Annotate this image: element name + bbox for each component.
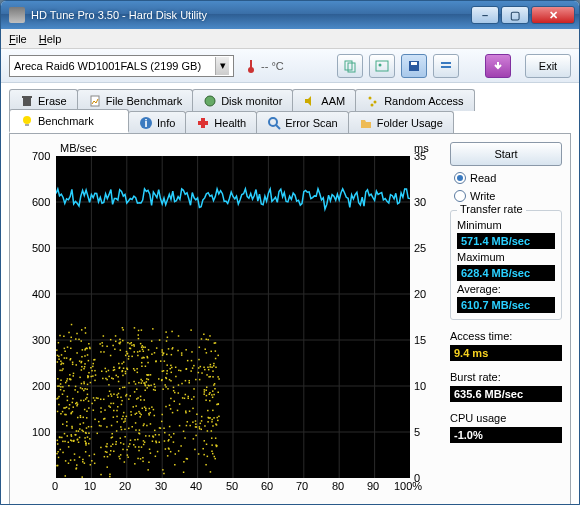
svg-rect-387 [88, 443, 90, 445]
copy-info-button[interactable] [337, 54, 363, 78]
svg-rect-351 [100, 447, 102, 449]
svg-rect-496 [188, 380, 190, 382]
minimize-button[interactable]: – [471, 6, 499, 24]
svg-rect-62 [140, 414, 142, 416]
svg-rect-673 [153, 409, 155, 411]
svg-rect-9 [441, 66, 451, 68]
save-button[interactable] [401, 54, 427, 78]
svg-rect-646 [68, 385, 70, 387]
svg-rect-657 [132, 406, 134, 408]
svg-rect-710 [151, 340, 153, 342]
options-button[interactable] [433, 54, 459, 78]
svg-rect-780 [172, 347, 174, 349]
read-radio[interactable]: Read [450, 172, 562, 184]
svg-rect-451 [186, 458, 188, 460]
svg-rect-529 [94, 400, 96, 402]
titlebar[interactable]: HD Tune Pro 3.50 - Hard Disk Utility – ▢… [1, 1, 579, 29]
svg-rect-427 [175, 453, 177, 455]
svg-rect-579 [75, 386, 77, 388]
svg-rect-247 [187, 396, 189, 398]
tab-health[interactable]: Health [185, 111, 257, 133]
tab-info[interactable]: iInfo [128, 111, 186, 133]
svg-rect-368 [84, 366, 86, 368]
svg-rect-330 [87, 436, 89, 438]
svg-rect-537 [71, 324, 73, 326]
menu-help[interactable]: Help [39, 33, 62, 45]
svg-rect-396 [90, 382, 92, 384]
svg-rect-44 [80, 417, 82, 419]
tab-benchmark[interactable]: Benchmark [9, 109, 129, 133]
svg-rect-171 [170, 365, 172, 367]
svg-rect-442 [164, 360, 166, 362]
svg-rect-595 [75, 338, 77, 340]
svg-rect-120 [121, 418, 123, 420]
svg-rect-692 [88, 343, 90, 345]
maximize-button[interactable]: ▢ [501, 6, 529, 24]
close-button[interactable]: ✕ [531, 6, 575, 24]
svg-rect-80 [80, 400, 82, 402]
svg-rect-240 [163, 370, 165, 372]
svg-rect-485 [201, 420, 203, 422]
tab-aam[interactable]: AAM [292, 89, 356, 111]
svg-rect-651 [57, 378, 59, 380]
menu-bar: File Help [1, 29, 579, 49]
svg-rect-189 [64, 433, 66, 435]
tab-folder-usage[interactable]: Folder Usage [348, 111, 454, 133]
svg-rect-593 [74, 459, 76, 461]
tab-disk-monitor[interactable]: Disk monitor [192, 89, 293, 111]
svg-rect-51 [100, 411, 102, 413]
svg-rect-574 [116, 394, 118, 396]
svg-rect-132 [161, 421, 163, 423]
tab-file-benchmark[interactable]: File Benchmark [77, 89, 193, 111]
svg-rect-728 [89, 455, 91, 457]
svg-rect-275 [81, 356, 83, 358]
svg-rect-672 [170, 398, 172, 400]
svg-rect-620 [87, 377, 89, 379]
svg-rect-127 [134, 391, 136, 393]
svg-rect-478 [134, 370, 136, 372]
svg-rect-652 [213, 394, 215, 396]
screenshot-button[interactable] [369, 54, 395, 78]
svg-rect-411 [133, 345, 135, 347]
svg-rect-748 [78, 339, 80, 341]
svg-rect-545 [124, 420, 126, 422]
tab-erase[interactable]: Erase [9, 89, 78, 111]
svg-rect-740 [144, 406, 146, 408]
svg-rect-483 [106, 466, 108, 468]
svg-rect-445 [115, 341, 117, 343]
svg-rect-105 [66, 425, 68, 427]
svg-rect-270 [94, 370, 96, 372]
svg-rect-788 [145, 366, 147, 368]
svg-rect-521 [154, 415, 156, 417]
svg-rect-365 [166, 364, 168, 366]
svg-rect-206 [143, 346, 145, 348]
svg-rect-176 [135, 422, 137, 424]
svg-rect-777 [144, 384, 146, 386]
tab-random-access[interactable]: Random Access [355, 89, 474, 111]
svg-rect-269 [106, 443, 108, 445]
drive-select[interactable]: Areca Raid6 WD1001FALS (2199 GB) ▾ [9, 55, 234, 77]
svg-rect-753 [154, 430, 156, 432]
svg-rect-766 [84, 388, 86, 390]
write-radio[interactable]: Write [450, 190, 562, 202]
svg-rect-221 [164, 432, 166, 434]
start-button[interactable]: Start [450, 142, 562, 166]
exit-button[interactable]: Exit [525, 54, 571, 78]
menu-file[interactable]: File [9, 33, 27, 45]
svg-rect-608 [142, 349, 144, 351]
svg-rect-607 [162, 354, 164, 356]
minimize-to-tray-button[interactable] [485, 54, 511, 78]
svg-rect-466 [207, 367, 209, 369]
svg-rect-246 [78, 441, 80, 443]
svg-rect-639 [162, 388, 164, 390]
svg-rect-355 [142, 357, 144, 359]
tab-error-scan[interactable]: Error Scan [256, 111, 349, 133]
svg-rect-453 [186, 368, 188, 370]
svg-rect-374 [209, 335, 211, 337]
svg-rect-426 [60, 383, 62, 385]
svg-rect-774 [159, 339, 161, 341]
svg-rect-586 [61, 370, 63, 372]
svg-rect-718 [179, 403, 181, 405]
svg-rect-464 [139, 416, 141, 418]
svg-rect-720 [94, 359, 96, 361]
